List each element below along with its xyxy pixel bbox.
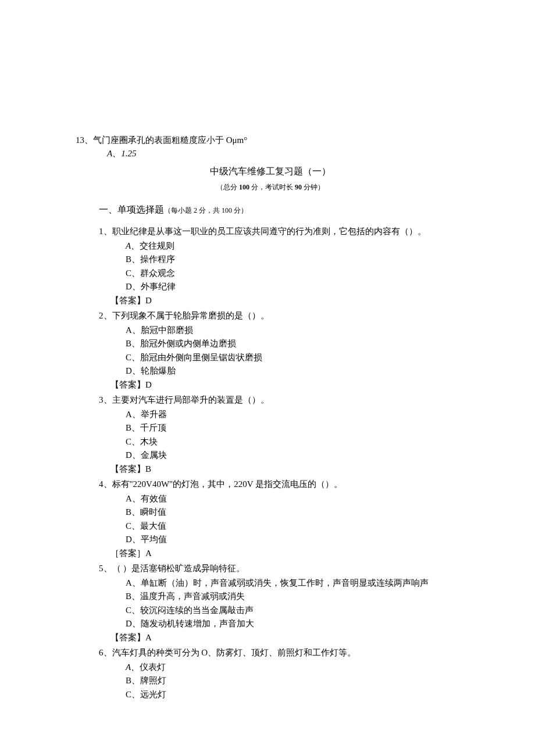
answer-value: A [145,549,152,558]
option: C、木块 [126,435,465,449]
question-stem: 4、标有"220V40W"的灯泡，其中，220V 是指交流电压的（）。 [99,478,465,491]
answer-value: A [145,633,152,642]
option: A、胎冠中部磨损 [126,324,465,337]
answer-label: 【答案】 [110,633,145,642]
option-text: 千斤顶 [140,423,166,432]
option-label: B、 [126,592,140,601]
question-text: （ ）是活塞销松旷造成异响特征。 [112,564,245,573]
option-text: 牌照灯 [140,676,166,685]
answer-label: 【答案】 [110,464,145,474]
option: C、远光灯 [126,688,465,701]
answer-label: 【答案】 [110,296,145,305]
question-number: 5、 [99,564,112,573]
option-text: 1.25 [121,149,136,158]
option: B、千斤顶 [126,421,465,435]
option: C、最大值 [126,519,465,533]
option-label: D、 [126,619,141,628]
option-label: A、 [126,662,140,672]
section-title: 一、单项选择题 [99,205,164,214]
options: A、有效值B、瞬时值C、最大值D、平均值 [126,492,465,546]
option-label: C、 [126,605,140,615]
option-label: A、 [107,149,121,158]
option-label: D、 [126,535,141,544]
options: A、交往规则B、操作程序C、群众观念D、外事纪律 [126,239,465,293]
option: B、牌照灯 [126,674,465,687]
question-13-option-a: A、1.25 [107,147,465,160]
option-text: 最大值 [140,521,166,531]
option-label: B、 [126,339,140,348]
answer-value: D [145,380,152,389]
option-text: 交往规则 [140,241,174,250]
question-number: 6、 [99,648,112,657]
question-text: 主要对汽车进行局部举升的装置是（）。 [112,395,269,404]
section-header: 一、单项选择题（每小题 2 分，共 100 分） [99,203,465,217]
option: A、有效值 [126,492,465,506]
option-text: 群众观念 [140,268,175,278]
option-text: 远光灯 [140,690,166,699]
option: A、交往规则 [126,239,465,253]
option: A、举升器 [126,408,465,421]
option-label: B、 [126,507,140,517]
option-text: 外事纪律 [141,282,176,291]
document-subtitle: （总分 100 分，考试时长 90 分钟） [76,182,465,192]
option-text: 操作程序 [140,255,175,264]
question-text: 下列现象不属于轮胎异常磨损的是（）。 [112,311,269,320]
question-stem: 3、主要对汽车进行局部举升的装置是（）。 [99,393,465,407]
option: C、较沉闷连续的当当金属敲击声 [126,604,465,617]
option-text: 单缸断（油）时，声音减弱或消失，恢复工作时，声音明显或连续两声响声 [141,578,429,587]
question-stem: 1、职业纪律是从事这一职业的员工应该共同遵守的行为准则，它包括的内容有（）。 [99,225,465,238]
question-number: 3、 [99,395,112,404]
question-6: 6、汽车灯具的种类可分为 O、防雾灯、顶灯、前照灯和工作灯等。A、仪表灯B、牌照… [99,646,465,701]
option-text: 胎冠由外侧向里侧呈锯齿状磨损 [140,353,262,362]
question-stem: 6、汽车灯具的种类可分为 O、防雾灯、顶灯、前照灯和工作灯等。 [99,646,465,660]
option-label: A、 [126,241,140,250]
question-13-num: 13、 [76,135,93,145]
option: B、瞬时值 [126,506,465,519]
option-label: C、 [126,437,140,446]
answer: 【答案】D [110,294,465,307]
answer: 【答案】A [110,631,465,644]
option-text: 温度升高，声音减弱或消失 [140,592,245,601]
questions-container: 1、职业纪律是从事这一职业的员工应该共同遵守的行为准则，它包括的内容有（）。A、… [76,225,465,701]
question-3: 3、主要对汽车进行局部举升的装置是（）。A、举升器B、千斤顶C、木块D、金属块【… [99,393,465,475]
option: A、仪表灯 [126,661,465,674]
question-13: 13、气门座圈承孔的表面粗糙度应小于 Oμm° A、1.25 [76,134,465,160]
option: D、金属块 [126,449,465,462]
option-text: 较沉闷连续的当当金属敲击声 [140,605,254,615]
option-text: 有效值 [141,494,167,503]
question-1: 1、职业纪律是从事这一职业的员工应该共同遵守的行为准则，它包括的内容有（）。A、… [99,225,465,307]
option-text: 木块 [140,437,158,446]
option-label: B、 [126,423,140,432]
answer-label: ［答案］ [110,549,145,558]
option-text: 随发动机转速增加，声音加大 [141,619,254,628]
option: D、外事纪律 [126,280,465,293]
option: B、胎冠外侧或内侧单边磨损 [126,337,465,350]
option: B、温度升高，声音减弱或消失 [126,590,465,603]
option-label: C、 [126,268,140,278]
option: D、平均值 [126,533,465,546]
option-label: C、 [126,690,140,699]
answer-value: D [145,296,152,305]
option-label: B、 [126,255,140,264]
option-text: 金属块 [141,450,167,460]
option: D、随发动机转速增加，声音加大 [126,617,465,630]
options: A、胎冠中部磨损B、胎冠外侧或内侧单边磨损C、胎冠由外侧向里侧呈锯齿状磨损D、轮… [126,324,465,378]
document-title: 中级汽车维修工复习题（一） [76,164,465,178]
option-text: 仪表灯 [140,662,166,672]
options: A、单缸断（油）时，声音减弱或消失，恢复工作时，声音明显或连续两声响声B、温度升… [126,576,465,630]
options: A、仪表灯B、牌照灯C、远光灯 [126,661,465,701]
answer: 【答案】D [110,378,465,392]
question-stem: 2、下列现象不属于轮胎异常磨损的是（）。 [99,309,465,323]
question-number: 2、 [99,311,112,320]
answer: 【答案】B [110,463,465,476]
question-stem: 5、（ ）是活塞销松旷造成异响特征。 [99,562,465,575]
option-label: C、 [126,521,140,531]
option-label: D、 [126,282,141,291]
answer-label: 【答案】 [110,380,145,389]
question-2: 2、下列现象不属于轮胎异常磨损的是（）。A、胎冠中部磨损B、胎冠外侧或内侧单边磨… [99,309,465,391]
option: C、胎冠由外侧向里侧呈锯齿状磨损 [126,351,465,364]
options: A、举升器B、千斤顶C、木块D、金属块 [126,408,465,462]
option-text: 瞬时值 [140,507,166,517]
option-label: D、 [126,450,141,460]
answer-value: B [145,464,151,474]
